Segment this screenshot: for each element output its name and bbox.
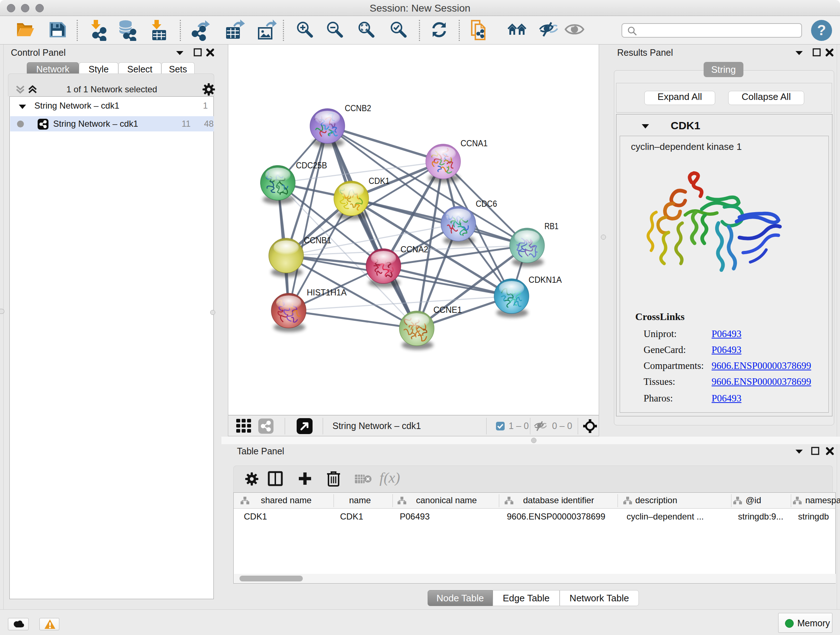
svg-text:CDKN1A: CDKN1A (529, 275, 562, 285)
svg-text:CCNB2: CCNB2 (345, 103, 371, 113)
svg-text:CDC25B: CDC25B (296, 160, 327, 170)
svg-text:RB1: RB1 (545, 221, 559, 231)
svg-text:CCNE1: CCNE1 (433, 305, 462, 315)
svg-text:?: ? (817, 22, 826, 38)
svg-text:CCNB1: CCNB1 (304, 235, 332, 245)
svg-text:HIST1H1A: HIST1H1A (307, 287, 347, 297)
svg-text:CDC6: CDC6 (476, 199, 497, 209)
svg-text:CDK1: CDK1 (369, 176, 390, 186)
svg-text:CCNA1: CCNA1 (461, 138, 488, 148)
svg-text:CCNA2: CCNA2 (401, 244, 428, 254)
